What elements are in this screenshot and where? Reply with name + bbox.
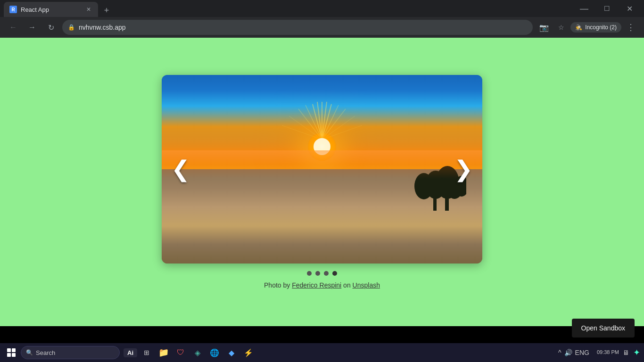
tab-close-button[interactable]: ✕ bbox=[85, 6, 92, 13]
reload-button[interactable]: ↻ bbox=[43, 20, 58, 35]
carousel-prev-button[interactable]: ❮ bbox=[166, 153, 195, 185]
carousel-dot-1[interactable] bbox=[315, 271, 320, 276]
close-button[interactable]: ✕ bbox=[619, 0, 640, 17]
tab-favicon: R bbox=[9, 6, 17, 13]
chevron-up-icon[interactable]: ^ bbox=[558, 349, 561, 356]
new-tab-button[interactable]: + bbox=[100, 4, 113, 17]
carousel-dots bbox=[307, 271, 337, 276]
incognito-label: Incognito (2) bbox=[585, 24, 617, 31]
address-bar[interactable]: 🔒 nvhvnw.csb.app bbox=[62, 20, 533, 35]
restore-button[interactable]: ☐ bbox=[596, 0, 618, 17]
carousel: ❮ ❯ bbox=[162, 75, 482, 263]
taskbar-icons: Ai ⊞ 📁 🛡 ◈ 🌐 ◆ ⚡ bbox=[124, 345, 256, 360]
open-sandbox-button[interactable]: Open Sandbox bbox=[572, 319, 635, 337]
credit-source-link[interactable]: Unsplash bbox=[353, 281, 380, 289]
security-icon: 🔒 bbox=[68, 24, 75, 31]
taskbar-app-2[interactable]: ◈ bbox=[190, 345, 205, 360]
start-button[interactable] bbox=[4, 345, 19, 360]
incognito-icon: 🕵 bbox=[575, 24, 582, 31]
carousel-next-button[interactable]: ❯ bbox=[449, 153, 478, 185]
credit-text: Photo by bbox=[264, 281, 292, 289]
forward-button[interactable]: → bbox=[25, 20, 40, 35]
tab-bar: R React App ✕ + — ☐ ✕ bbox=[0, 0, 644, 17]
ai-badge[interactable]: Ai bbox=[124, 348, 137, 357]
url-text: nvhvnw.csb.app bbox=[79, 24, 126, 31]
svg-line-4 bbox=[322, 104, 331, 140]
clock: 09:38 PM bbox=[597, 349, 619, 356]
taskbar-chrome-icon[interactable]: 🌐 bbox=[207, 345, 222, 360]
taskbar-tray: ^ 🔊 ENG bbox=[554, 349, 593, 356]
bookmark-icon[interactable]: ☆ bbox=[553, 20, 569, 35]
taskbar-right: ^ 🔊 ENG 09:38 PM 🖥 ✦ bbox=[554, 347, 640, 358]
taskbar: 🔍 Search Ai ⊞ 📁 🛡 ◈ 🌐 ◆ ⚡ ^ 🔊 ENG 09:38 … bbox=[0, 343, 644, 362]
nav-bar: ← → ↻ 🔒 nvhvnw.csb.app 📷 ☆ 🕵 Incognito (… bbox=[0, 17, 644, 38]
carousel-dot-2[interactable] bbox=[324, 271, 329, 276]
menu-button[interactable]: ⋮ bbox=[623, 20, 638, 35]
credit-on: on bbox=[341, 281, 352, 289]
notification-icon[interactable]: ✦ bbox=[633, 347, 640, 358]
carousel-dot-0[interactable] bbox=[307, 271, 312, 276]
tab-title: React App bbox=[21, 6, 49, 13]
file-explorer-icon[interactable]: 📁 bbox=[156, 345, 171, 360]
taskbar-app-3[interactable]: ◆ bbox=[224, 345, 239, 360]
taskbar-search-label: Search bbox=[36, 349, 55, 356]
back-button[interactable]: ← bbox=[6, 20, 21, 35]
lang-label: ENG bbox=[575, 349, 589, 356]
svg-line-0 bbox=[313, 104, 322, 140]
taskbar-app-4[interactable]: ⚡ bbox=[241, 345, 256, 360]
svg-rect-21 bbox=[433, 196, 437, 211]
credit-author-link[interactable]: Federico Respini bbox=[292, 281, 341, 289]
incognito-badge: 🕵 Incognito (2) bbox=[570, 22, 621, 33]
page-content: ❮ ❯ Photo by Federico Respini on Unsplas… bbox=[0, 38, 644, 326]
search-icon: 🔍 bbox=[26, 349, 33, 356]
camera-off-icon[interactable]: 📷 bbox=[537, 20, 552, 35]
taskbar-app-1[interactable]: 🛡 bbox=[173, 345, 188, 360]
tab-react-app[interactable]: R React App ✕ bbox=[4, 2, 98, 17]
nav-right-icons: 📷 ☆ 🕵 Incognito (2) ⋮ bbox=[537, 20, 638, 35]
minimize-button[interactable]: — bbox=[573, 0, 595, 17]
taskbar-search[interactable]: 🔍 Search bbox=[21, 346, 120, 359]
photo-credit: Photo by Federico Respini on Unsplash bbox=[264, 281, 380, 289]
carousel-dot-3[interactable] bbox=[332, 271, 337, 276]
windows-icon bbox=[7, 348, 16, 357]
svg-rect-20 bbox=[445, 194, 449, 211]
task-view-icon[interactable]: ⊞ bbox=[139, 345, 154, 360]
speaker-icon[interactable]: 🔊 bbox=[564, 349, 572, 356]
time: 09:38 PM bbox=[597, 349, 619, 356]
carousel-image bbox=[162, 75, 482, 263]
display-icon[interactable]: 🖥 bbox=[623, 349, 629, 356]
